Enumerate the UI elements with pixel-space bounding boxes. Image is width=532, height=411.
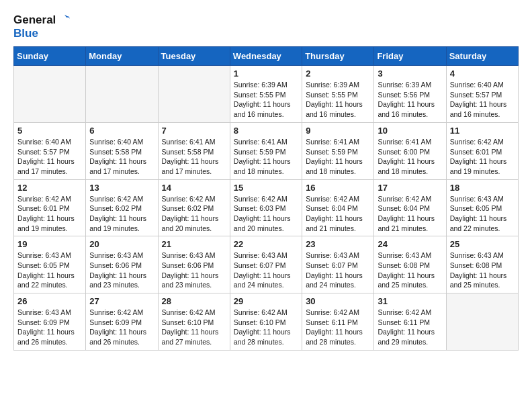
day-info: Sunrise: 6:41 AM Sunset: 5:58 PM Dayligh… (162, 137, 226, 177)
logo-general: General (13, 13, 56, 27)
calendar-cell: 10Sunrise: 6:41 AM Sunset: 6:00 PM Dayli… (374, 122, 446, 179)
logo-text: General Blue (13, 13, 70, 40)
calendar-cell: 15Sunrise: 6:42 AM Sunset: 6:03 PM Dayli… (230, 179, 302, 236)
day-info: Sunrise: 6:41 AM Sunset: 5:59 PM Dayligh… (234, 137, 298, 177)
weekday-header-wednesday: Wednesday (230, 47, 302, 66)
calendar-cell: 30Sunrise: 6:42 AM Sunset: 6:11 PM Dayli… (302, 293, 374, 351)
day-number: 3 (378, 68, 442, 79)
day-number: 23 (306, 239, 370, 249)
day-number: 14 (162, 183, 226, 193)
day-info: Sunrise: 6:42 AM Sunset: 6:04 PM Dayligh… (378, 194, 442, 234)
day-number: 7 (162, 126, 226, 136)
day-number: 10 (378, 126, 442, 136)
calendar-cell: 2Sunrise: 6:39 AM Sunset: 5:55 PM Daylig… (302, 66, 374, 123)
day-number: 5 (17, 126, 82, 136)
day-info: Sunrise: 6:40 AM Sunset: 5:57 PM Dayligh… (450, 80, 515, 120)
day-number: 28 (162, 296, 226, 306)
calendar-cell: 1Sunrise: 6:39 AM Sunset: 5:55 PM Daylig… (230, 66, 302, 123)
calendar-cell: 26Sunrise: 6:43 AM Sunset: 6:09 PM Dayli… (14, 293, 86, 351)
day-info: Sunrise: 6:42 AM Sunset: 6:03 PM Dayligh… (234, 194, 298, 234)
calendar-week-row: 12Sunrise: 6:42 AM Sunset: 6:01 PM Dayli… (14, 179, 519, 236)
day-number: 31 (378, 296, 442, 306)
day-info: Sunrise: 6:43 AM Sunset: 6:08 PM Dayligh… (378, 250, 442, 290)
day-number: 17 (378, 183, 442, 193)
day-info: Sunrise: 6:43 AM Sunset: 6:05 PM Dayligh… (450, 194, 515, 234)
calendar-cell: 3Sunrise: 6:39 AM Sunset: 5:56 PM Daylig… (374, 66, 446, 123)
calendar-cell: 24Sunrise: 6:43 AM Sunset: 6:08 PM Dayli… (374, 236, 446, 293)
day-info: Sunrise: 6:39 AM Sunset: 5:56 PM Dayligh… (378, 80, 442, 120)
calendar-cell: 21Sunrise: 6:43 AM Sunset: 6:06 PM Dayli… (158, 236, 230, 293)
day-info: Sunrise: 6:43 AM Sunset: 6:08 PM Dayligh… (450, 250, 515, 290)
calendar-cell: 14Sunrise: 6:42 AM Sunset: 6:02 PM Dayli… (158, 179, 230, 236)
day-number: 19 (17, 239, 82, 249)
day-number: 15 (234, 183, 298, 193)
calendar-cell: 18Sunrise: 6:43 AM Sunset: 6:05 PM Dayli… (446, 179, 518, 236)
day-number: 25 (450, 239, 515, 249)
calendar-table: SundayMondayTuesdayWednesdayThursdayFrid… (13, 46, 519, 351)
calendar-cell: 4Sunrise: 6:40 AM Sunset: 5:57 PM Daylig… (446, 66, 518, 123)
day-info: Sunrise: 6:42 AM Sunset: 6:01 PM Dayligh… (17, 194, 82, 234)
day-number: 2 (306, 68, 370, 79)
calendar-cell: 22Sunrise: 6:43 AM Sunset: 6:07 PM Dayli… (230, 236, 302, 293)
day-info: Sunrise: 6:43 AM Sunset: 6:09 PM Dayligh… (17, 308, 82, 347)
day-info: Sunrise: 6:43 AM Sunset: 6:07 PM Dayligh… (306, 250, 370, 290)
day-number: 20 (89, 239, 154, 249)
day-number: 30 (306, 296, 370, 306)
weekday-header-saturday: Saturday (446, 47, 518, 66)
day-info: Sunrise: 6:39 AM Sunset: 5:55 PM Dayligh… (306, 80, 370, 120)
calendar-cell: 28Sunrise: 6:42 AM Sunset: 6:10 PM Dayli… (158, 293, 230, 351)
day-info: Sunrise: 6:42 AM Sunset: 6:02 PM Dayligh… (89, 194, 154, 234)
day-number: 11 (450, 126, 515, 136)
calendar-cell: 7Sunrise: 6:41 AM Sunset: 5:58 PM Daylig… (158, 122, 230, 179)
day-info: Sunrise: 6:42 AM Sunset: 6:10 PM Dayligh… (162, 308, 226, 347)
day-number: 9 (306, 126, 370, 136)
calendar-cell: 17Sunrise: 6:42 AM Sunset: 6:04 PM Dayli… (374, 179, 446, 236)
calendar-cell: 12Sunrise: 6:42 AM Sunset: 6:01 PM Dayli… (14, 179, 86, 236)
calendar-cell: 27Sunrise: 6:42 AM Sunset: 6:09 PM Dayli… (86, 293, 158, 351)
day-info: Sunrise: 6:42 AM Sunset: 6:01 PM Dayligh… (450, 137, 515, 177)
weekday-header-thursday: Thursday (302, 47, 374, 66)
day-info: Sunrise: 6:40 AM Sunset: 5:57 PM Dayligh… (17, 137, 82, 177)
calendar-cell: 29Sunrise: 6:42 AM Sunset: 6:10 PM Dayli… (230, 293, 302, 351)
day-info: Sunrise: 6:43 AM Sunset: 6:05 PM Dayligh… (17, 250, 82, 290)
weekday-header-friday: Friday (374, 47, 446, 66)
day-number: 4 (450, 68, 515, 79)
day-info: Sunrise: 6:42 AM Sunset: 6:11 PM Dayligh… (378, 308, 442, 347)
day-info: Sunrise: 6:42 AM Sunset: 6:04 PM Dayligh… (306, 194, 370, 234)
day-info: Sunrise: 6:42 AM Sunset: 6:11 PM Dayligh… (306, 308, 370, 347)
day-number: 21 (162, 239, 226, 249)
page-header: General Blue (13, 13, 519, 40)
calendar-cell: 31Sunrise: 6:42 AM Sunset: 6:11 PM Dayli… (374, 293, 446, 351)
calendar-cell (446, 293, 518, 351)
calendar-cell: 25Sunrise: 6:43 AM Sunset: 6:08 PM Dayli… (446, 236, 518, 293)
day-number: 13 (89, 183, 154, 193)
logo: General Blue (13, 13, 70, 40)
day-number: 22 (234, 239, 298, 249)
day-number: 26 (17, 296, 82, 306)
day-info: Sunrise: 6:42 AM Sunset: 6:10 PM Dayligh… (234, 308, 298, 347)
day-number: 8 (234, 126, 298, 136)
day-info: Sunrise: 6:42 AM Sunset: 6:09 PM Dayligh… (89, 308, 154, 347)
logo-blue: Blue (13, 27, 38, 40)
calendar-week-row: 1Sunrise: 6:39 AM Sunset: 5:55 PM Daylig… (14, 66, 519, 123)
calendar-cell: 23Sunrise: 6:43 AM Sunset: 6:07 PM Dayli… (302, 236, 374, 293)
calendar-cell (14, 66, 86, 123)
day-number: 27 (89, 296, 154, 306)
calendar-cell: 8Sunrise: 6:41 AM Sunset: 5:59 PM Daylig… (230, 122, 302, 179)
day-number: 12 (17, 183, 82, 193)
calendar-cell: 11Sunrise: 6:42 AM Sunset: 6:01 PM Dayli… (446, 122, 518, 179)
day-number: 16 (306, 183, 370, 193)
calendar-cell: 19Sunrise: 6:43 AM Sunset: 6:05 PM Dayli… (14, 236, 86, 293)
weekday-header-sunday: Sunday (14, 47, 86, 66)
calendar-cell (158, 66, 230, 123)
day-info: Sunrise: 6:43 AM Sunset: 6:07 PM Dayligh… (234, 250, 298, 290)
calendar-cell: 16Sunrise: 6:42 AM Sunset: 6:04 PM Dayli… (302, 179, 374, 236)
calendar-cell: 13Sunrise: 6:42 AM Sunset: 6:02 PM Dayli… (86, 179, 158, 236)
calendar-week-row: 5Sunrise: 6:40 AM Sunset: 5:57 PM Daylig… (14, 122, 519, 179)
calendar-cell: 9Sunrise: 6:41 AM Sunset: 5:59 PM Daylig… (302, 122, 374, 179)
day-info: Sunrise: 6:40 AM Sunset: 5:58 PM Dayligh… (89, 137, 154, 177)
day-number: 24 (378, 239, 442, 249)
day-number: 29 (234, 296, 298, 306)
day-info: Sunrise: 6:43 AM Sunset: 6:06 PM Dayligh… (162, 250, 226, 290)
day-number: 18 (450, 183, 515, 193)
